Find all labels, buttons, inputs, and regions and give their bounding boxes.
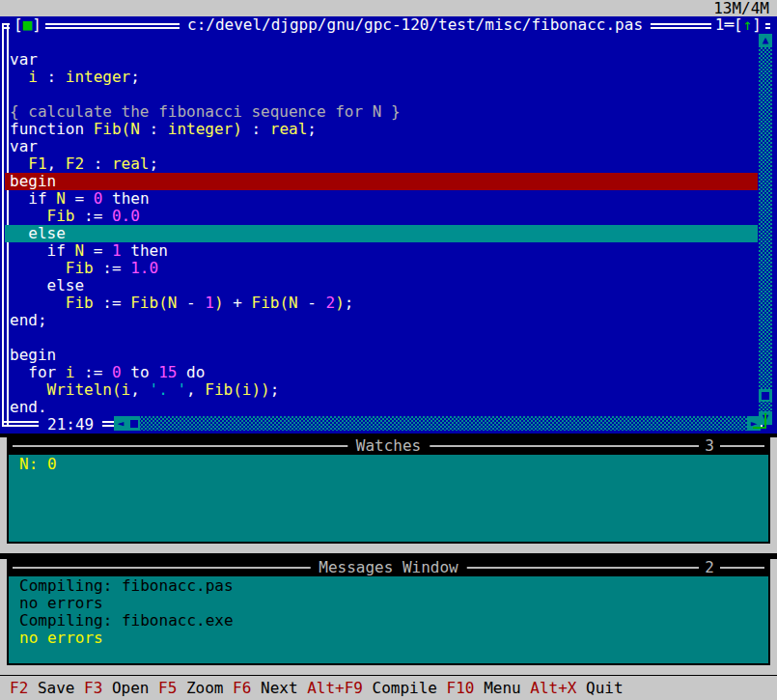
message-line[interactable]: no errors xyxy=(9,595,768,612)
status-bar: F2 SaveF3 OpenF5 ZoomF6 NextAlt+F9 Compi… xyxy=(0,676,777,700)
close-icon: ■ xyxy=(23,15,33,34)
code-token: { calculate the fibonacci sequence for N… xyxy=(10,102,401,121)
code-token: 0 xyxy=(94,189,103,208)
messages-window: Messages Window 2 Compiling: fibonacc.pa… xyxy=(0,559,777,675)
message-line[interactable]: Compiling: fibonacc.pas xyxy=(9,577,768,595)
code-token: integer xyxy=(66,68,130,86)
code-token: F1 xyxy=(28,154,46,173)
code-token: Writeln(i xyxy=(47,380,131,399)
code-token: if xyxy=(10,241,74,260)
watches-window-number: 3 xyxy=(699,437,720,455)
code-line: end. xyxy=(5,399,758,416)
code-token: , xyxy=(186,380,205,399)
code-token: : xyxy=(242,120,270,138)
watches-body: N: 0 xyxy=(7,455,770,544)
code-token: for xyxy=(10,363,66,381)
menu-bar: -FileEditSearchRunCompileDebugProjectOpt… xyxy=(0,0,777,16)
code-line: if N = 1 then xyxy=(5,242,758,260)
code-token: ; xyxy=(130,68,140,86)
code-token: = xyxy=(84,241,112,260)
code-line: for i := 0 to 15 do xyxy=(5,364,758,381)
status-label: Quit xyxy=(586,679,624,697)
status-hotkey: F5 xyxy=(158,679,186,697)
status-item-next[interactable]: F6 Next xyxy=(233,679,297,697)
code-token: end. xyxy=(10,398,47,416)
status-label: Open xyxy=(112,679,150,697)
status-hotkey: F2 xyxy=(10,679,38,697)
watches-title: Watches xyxy=(347,437,430,455)
watches-titlebar[interactable]: Watches 3 xyxy=(7,437,770,455)
code-token: ; xyxy=(307,120,317,138)
code-token: real xyxy=(112,154,150,173)
resize-corner[interactable] xyxy=(753,413,766,429)
code-token: end; xyxy=(10,311,47,329)
scroll-up-icon[interactable]: ▲ xyxy=(759,34,772,47)
status-item-zoom[interactable]: F5 Zoom xyxy=(158,679,223,697)
code-token: else xyxy=(10,224,66,242)
code-line: Writeln(i, '. ', Fib(i)); xyxy=(5,381,758,399)
code-line: var xyxy=(5,51,758,69)
status-label: Zoom xyxy=(186,679,224,697)
status-hotkey: F6 xyxy=(233,679,261,697)
message-line[interactable]: Compiling: fibonacc.exe xyxy=(9,612,768,630)
code-token: ; xyxy=(270,380,280,399)
code-token: do xyxy=(177,363,205,381)
code-token: var xyxy=(10,137,38,155)
code-line: end; xyxy=(5,312,758,329)
message-line[interactable]: no errors xyxy=(9,630,768,647)
code-token: Fib xyxy=(66,259,94,277)
window-title[interactable]: c:/devel/djgpp/gnu/gpc-120/test/misc/fib… xyxy=(180,16,651,34)
status-item-open[interactable]: F3 Open xyxy=(84,679,149,697)
code-line: Fib := 0.0 xyxy=(5,208,758,225)
code-token: Fib xyxy=(66,294,94,312)
code-token: ; xyxy=(345,294,354,312)
code-line: i : integer; xyxy=(5,69,758,86)
code-token: function xyxy=(10,120,94,138)
status-item-compile[interactable]: Alt+F9 Compile xyxy=(307,679,437,697)
code-line xyxy=(5,34,758,51)
editor-content[interactable]: var i : integer;{ calculate the fibonacc… xyxy=(5,34,758,416)
status-item-quit[interactable]: Alt+X Quit xyxy=(530,679,623,697)
code-token xyxy=(10,154,28,173)
code-token xyxy=(10,380,47,399)
close-button[interactable]: [■] xyxy=(10,16,45,34)
status-label: Next xyxy=(261,679,298,697)
code-token: ; xyxy=(150,154,159,173)
memory-indicator: 13M/4M xyxy=(713,0,769,16)
code-token: F2 xyxy=(66,154,84,173)
code-token: i xyxy=(28,68,38,86)
code-line: { calculate the fibonacci sequence for N… xyxy=(5,103,758,121)
code-line: else xyxy=(5,277,758,294)
code-token: - xyxy=(298,294,326,312)
code-token: , xyxy=(130,380,149,399)
watch-entry[interactable]: N: 0 xyxy=(9,456,768,473)
code-token: then xyxy=(122,241,168,260)
cursor-position: 21:49 xyxy=(39,416,102,434)
status-label: Save xyxy=(38,679,75,697)
code-token: to xyxy=(122,363,159,381)
code-token xyxy=(10,207,47,225)
scroll-left-icon[interactable]: ◄ xyxy=(114,416,127,431)
code-token: N xyxy=(74,241,84,260)
status-item-menu[interactable]: F10 Menu xyxy=(447,679,521,697)
code-line: Fib := Fib(N - 1) + Fib(N - 2); xyxy=(5,294,758,312)
v-scrollbar[interactable]: ▲ ▼ xyxy=(759,34,772,425)
breakpoint-line: begin xyxy=(5,173,758,190)
maximize-button[interactable]: 1═[↑] xyxy=(711,16,765,34)
code-token: Fib xyxy=(47,207,75,225)
code-token: 1 xyxy=(205,294,214,312)
status-item-save[interactable]: F2 Save xyxy=(10,679,74,697)
v-scroll-thumb[interactable] xyxy=(759,389,772,402)
h-scroll-thumb[interactable] xyxy=(127,416,140,431)
code-token: : xyxy=(140,120,168,138)
code-token: 0.0 xyxy=(112,207,140,225)
code-token: Fib(i)) xyxy=(205,380,269,399)
code-token: ) xyxy=(214,294,224,312)
code-token: i xyxy=(66,363,75,381)
messages-titlebar[interactable]: Messages Window 2 xyxy=(7,559,770,576)
code-token xyxy=(10,294,66,312)
code-token: , xyxy=(47,154,66,173)
h-scrollbar[interactable]: ◄ ► xyxy=(114,416,761,431)
code-token: + xyxy=(224,294,252,312)
code-token: if xyxy=(10,189,56,208)
